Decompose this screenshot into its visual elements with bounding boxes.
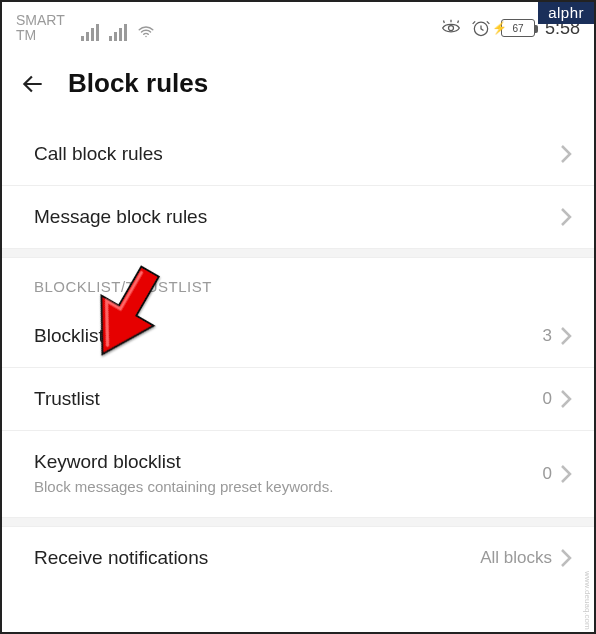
chevron-right-icon xyxy=(560,548,572,568)
row-label: Blocklist xyxy=(34,325,104,347)
battery-pct: 67 xyxy=(512,23,523,34)
alphr-badge: alphr xyxy=(538,2,594,24)
row-label: Keyword blocklist xyxy=(34,451,333,473)
carrier-line2: TM xyxy=(16,28,36,43)
header: Block rules xyxy=(2,50,594,123)
back-arrow-icon[interactable] xyxy=(20,71,46,97)
eye-icon xyxy=(441,18,461,38)
chevron-right-icon xyxy=(560,326,572,346)
watermark: www.deuaq.com xyxy=(583,571,592,630)
row-label: Trustlist xyxy=(34,388,100,410)
row-value: 3 xyxy=(543,326,552,346)
battery-icon: ⚡ 67 xyxy=(501,19,535,37)
row-blocklist[interactable]: Blocklist 3 xyxy=(2,305,594,368)
chevron-right-icon xyxy=(560,389,572,409)
signal-bars-1-icon xyxy=(81,24,99,41)
rules-list: Call block rules Message block rules xyxy=(2,123,594,248)
signal-bars-2-icon xyxy=(109,24,127,41)
row-receive-notifications[interactable]: Receive notifications All blocks xyxy=(2,527,594,589)
row-call-block-rules[interactable]: Call block rules xyxy=(2,123,594,186)
section-gap xyxy=(2,248,594,258)
blocklist-list: Blocklist 3 Trustlist 0 Keyword blocklis… xyxy=(2,305,594,517)
row-label: Call block rules xyxy=(34,143,163,165)
status-left: SMART TM xyxy=(16,13,65,44)
svg-point-0 xyxy=(448,26,453,31)
row-label: Receive notifications xyxy=(34,547,208,569)
carrier-line1: SMART xyxy=(16,13,65,28)
alarm-icon xyxy=(471,18,491,38)
section-gap xyxy=(2,517,594,527)
wifi-icon xyxy=(137,23,155,41)
page-title: Block rules xyxy=(68,68,208,99)
row-keyword-blocklist[interactable]: Keyword blocklist Block messages contain… xyxy=(2,431,594,517)
chevron-right-icon xyxy=(560,207,572,227)
row-message-block-rules[interactable]: Message block rules xyxy=(2,186,594,248)
row-value: 0 xyxy=(543,389,552,409)
status-bar: SMART TM ⚡ 67 5:58 xyxy=(2,2,594,50)
bottom-list: Receive notifications All blocks xyxy=(2,527,594,589)
section-header-blocklist: BLOCKLIST/TRUSTLIST xyxy=(2,258,594,305)
chevron-right-icon xyxy=(560,464,572,484)
row-value: All blocks xyxy=(480,548,552,568)
row-sub: Block messages containing preset keyword… xyxy=(34,477,333,497)
row-trustlist[interactable]: Trustlist 0 xyxy=(2,368,594,431)
chevron-right-icon xyxy=(560,144,572,164)
row-value: 0 xyxy=(543,464,552,484)
row-label: Message block rules xyxy=(34,206,207,228)
